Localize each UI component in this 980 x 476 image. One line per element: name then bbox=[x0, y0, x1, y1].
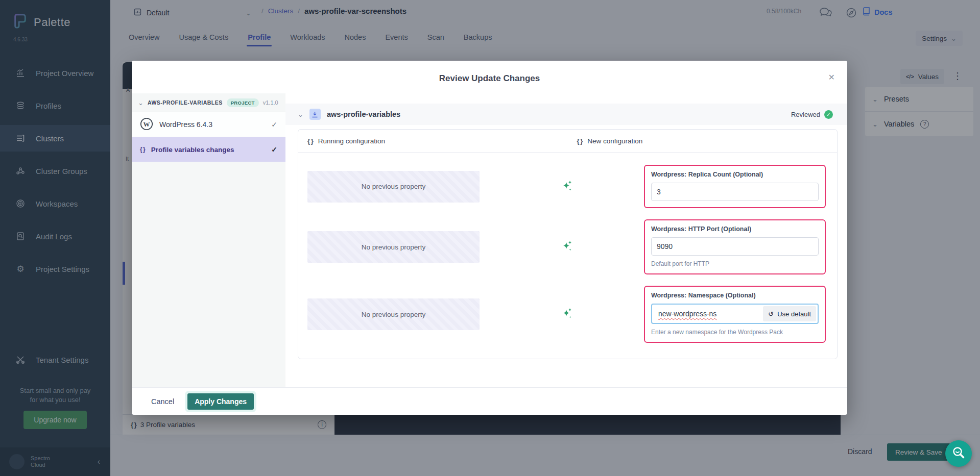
svg-text:W: W bbox=[144, 120, 150, 128]
field-label: Wordpress: Namespace (Optional) bbox=[651, 292, 819, 299]
apply-changes-button[interactable]: Apply Changes bbox=[187, 393, 254, 410]
check-icon: ✓ bbox=[271, 145, 277, 154]
wordpress-logo-icon: W bbox=[140, 117, 153, 132]
no-previous-property-box: No previous property bbox=[307, 298, 480, 330]
reviewed-status: Reviewed ✓ bbox=[791, 110, 833, 119]
diff-row-http-port: No previous property Wordpress: HTTP Por… bbox=[306, 219, 829, 274]
new-value-sparkle-icon bbox=[562, 308, 572, 321]
reviewed-check-icon: ✓ bbox=[824, 110, 833, 119]
diff-row-replica-count: No previous property Wordpress: Replica … bbox=[306, 165, 829, 208]
reviewed-label: Reviewed bbox=[791, 111, 820, 118]
pack-name: aws-profile-variables bbox=[327, 110, 400, 118]
namespace-input-value[interactable]: new-wordpress-ns bbox=[654, 310, 721, 318]
nav-item-label: Profile variables changes bbox=[151, 146, 234, 154]
pack-icon bbox=[309, 109, 321, 120]
new-value-sparkle-icon bbox=[562, 240, 572, 254]
diff-rows: No previous property Wordpress: Replica … bbox=[298, 153, 837, 355]
field-helper-text: Enter a new namespace for the Wordpress … bbox=[651, 329, 819, 336]
replica-count-input[interactable] bbox=[651, 183, 819, 201]
field-helper-text: Default port for HTTP bbox=[651, 260, 819, 267]
braces-icon: { } bbox=[577, 137, 583, 145]
magnifier-smile-icon bbox=[951, 445, 966, 462]
modal-footer: Cancel Apply Changes bbox=[132, 387, 847, 415]
field-group-http-port: Wordpress: HTTP Port (Optional) Default … bbox=[644, 219, 826, 274]
profile-name: AWS-PROFILE-VARIABLES bbox=[148, 99, 223, 106]
new-value-sparkle-icon bbox=[562, 180, 572, 193]
field-label: Wordpress: HTTP Port (Optional) bbox=[651, 226, 819, 233]
field-group-replica-count: Wordpress: Replica Count (Optional) bbox=[644, 165, 826, 208]
diff-row-namespace: No previous property Wordpress: Namespac… bbox=[306, 286, 829, 343]
modal-title: Review Update Changes bbox=[132, 73, 847, 84]
use-default-button[interactable]: ↺ Use default bbox=[763, 306, 816, 321]
project-scope-badge: PROJECT bbox=[227, 98, 259, 107]
profile-nav-header[interactable]: ⌄ AWS-PROFILE-VARIABLES PROJECT v1.1.0 bbox=[132, 93, 285, 112]
new-configuration-header: { } New configuration bbox=[568, 137, 838, 145]
review-update-changes-modal: Review Update Changes ✕ ⌄ AWS-PROFILE-VA… bbox=[132, 61, 847, 415]
no-previous-property-box: No previous property bbox=[307, 231, 480, 263]
braces-icon: { } bbox=[307, 137, 313, 145]
app-root: Palette 4.6.33 Project Overview Profiles bbox=[0, 0, 980, 476]
modal-profile-nav: ⌄ AWS-PROFILE-VARIABLES PROJECT v1.1.0 W… bbox=[132, 93, 285, 387]
support-launcher-button[interactable] bbox=[945, 440, 972, 467]
field-label: Wordpress: Replica Count (Optional) bbox=[651, 171, 819, 178]
nav-item-label: WordPress 6.4.3 bbox=[159, 120, 212, 129]
field-group-namespace: Wordpress: Namespace (Optional) new-word… bbox=[644, 286, 826, 343]
restore-icon: ↺ bbox=[768, 310, 774, 318]
close-icon[interactable]: ✕ bbox=[828, 72, 835, 82]
diff-column-headers: { } Running configuration { } New config… bbox=[298, 130, 837, 153]
column-label: Running configuration bbox=[318, 137, 385, 145]
running-configuration-header: { } Running configuration bbox=[298, 137, 568, 145]
braces-icon: { } bbox=[140, 146, 145, 153]
use-default-label: Use default bbox=[777, 310, 811, 318]
no-previous-property-box: No previous property bbox=[307, 171, 480, 203]
namespace-input[interactable]: new-wordpress-ns ↺ Use default bbox=[651, 304, 819, 324]
nav-item-wordpress[interactable]: W WordPress 6.4.3 ✓ bbox=[132, 112, 285, 137]
nav-item-profile-variables[interactable]: { } Profile variables changes ✓ bbox=[132, 137, 285, 162]
chevron-down-icon: ⌄ bbox=[138, 99, 144, 107]
pack-section-header[interactable]: ⌄ aws-profile-variables Reviewed ✓ bbox=[285, 104, 847, 125]
profile-version: v1.1.0 bbox=[263, 99, 278, 106]
check-icon: ✓ bbox=[271, 120, 277, 129]
configuration-diff-container: { } Running configuration { } New config… bbox=[298, 129, 838, 359]
column-label: New configuration bbox=[587, 137, 642, 145]
http-port-input[interactable] bbox=[651, 237, 819, 256]
chevron-down-icon: ⌄ bbox=[298, 111, 303, 118]
cancel-button[interactable]: Cancel bbox=[151, 397, 174, 406]
